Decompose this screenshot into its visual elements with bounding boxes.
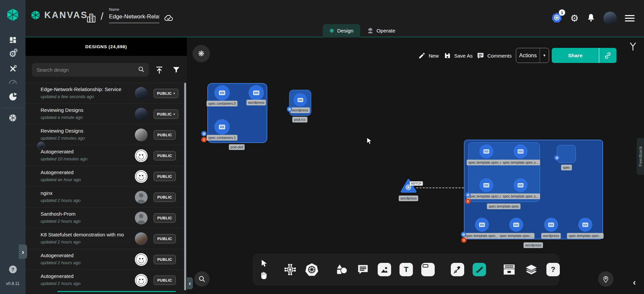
- visibility-badge[interactable]: PUBLIC: [154, 276, 176, 285]
- floppy-icon: [444, 52, 451, 59]
- kubernetes-tool[interactable]: [305, 263, 319, 276]
- pan-hand-tool[interactable]: [259, 271, 268, 280]
- feedback-tab[interactable]: Feedback: [637, 138, 644, 175]
- actions-button[interactable]: Actions ▼: [516, 48, 549, 63]
- zoom-button[interactable]: [194, 271, 210, 287]
- visibility-badge[interactable]: PUBLIC: [154, 130, 176, 140]
- k8s-source-badge[interactable]: [201, 131, 207, 136]
- visibility-badge[interactable]: PUBLIC ▾: [154, 89, 178, 98]
- notifications-bell-icon[interactable]: [587, 13, 595, 24]
- k8s-source-badge[interactable]: [554, 155, 559, 160]
- freehand-draw-tool[interactable]: [473, 263, 486, 276]
- node-container[interactable]: [293, 93, 307, 106]
- nav-kanvas-icon[interactable]: [0, 113, 25, 123]
- node-container[interactable]: [544, 218, 558, 232]
- k8s-source-badge[interactable]: [287, 106, 292, 112]
- visibility-badge[interactable]: PUBLIC: [154, 255, 176, 264]
- design-name-input[interactable]: [109, 11, 159, 23]
- visibility-badge[interactable]: PUBLIC ▾: [154, 109, 178, 119]
- search-icon[interactable]: [138, 66, 145, 74]
- design-owner-avatar: [135, 274, 148, 287]
- save-as-button[interactable]: Save As: [444, 50, 473, 61]
- help-button[interactable]: ?: [0, 266, 25, 273]
- cloud-sync-icon: [164, 13, 174, 23]
- k8s-context-switcher[interactable]: 1: [551, 12, 562, 24]
- collapse-panel-button[interactable]: ‹: [187, 277, 193, 289]
- frame-tool[interactable]: [421, 263, 435, 276]
- node-container[interactable]: [249, 85, 264, 100]
- nav-configuration-icon[interactable]: [0, 64, 25, 73]
- organization-icon[interactable]: [86, 13, 97, 25]
- new-design-button[interactable]: New: [418, 50, 439, 61]
- nav-lifecycle-icon[interactable]: ⚙ ⚙: [0, 50, 25, 58]
- design-row[interactable]: Reviewing Designs updated 2 minutes ago …: [25, 124, 187, 145]
- versions-button[interactable]: [628, 42, 638, 53]
- node-container[interactable]: [475, 218, 489, 232]
- panel-scrollbar[interactable]: [184, 83, 186, 290]
- filter-icon[interactable]: [172, 66, 180, 75]
- layers-tool[interactable]: [525, 263, 538, 276]
- import-design-icon[interactable]: [155, 66, 164, 76]
- node-container[interactable]: [514, 144, 528, 158]
- user-avatar[interactable]: [603, 12, 617, 25]
- comments-button[interactable]: Comments: [477, 50, 512, 61]
- help-tool[interactable]: ?: [546, 263, 560, 276]
- service-edge[interactable]: [416, 188, 464, 188]
- nav-dashboard-icon[interactable]: [0, 36, 25, 44]
- canvas-settings-button[interactable]: ❋: [193, 45, 210, 62]
- node-container[interactable]: [514, 178, 528, 192]
- hamburger-menu-icon[interactable]: [625, 15, 635, 22]
- comment-tool[interactable]: [357, 263, 369, 276]
- shapes-tool[interactable]: [335, 263, 348, 276]
- design-search-input[interactable]: [37, 67, 138, 73]
- design-canvas[interactable]: ❋ New Save As Comments Actions ▼: [187, 38, 644, 294]
- rail-divider: [2, 108, 23, 108]
- node-container[interactable]: [214, 119, 230, 135]
- visibility-badge[interactable]: PUBLIC: [154, 151, 176, 160]
- minimap-pin-button[interactable]: [598, 271, 613, 287]
- error-count-badge[interactable]: 3: [465, 199, 471, 204]
- visibility-badge[interactable]: PUBLIC: [154, 193, 176, 202]
- node-container[interactable]: [509, 218, 523, 232]
- tab-design[interactable]: ❋ Design: [323, 24, 360, 38]
- design-row[interactable]: Autogenerated updated an hour ago PUBLIC: [25, 166, 187, 187]
- visibility-badge[interactable]: PUBLIC: [154, 172, 176, 181]
- visibility-badge[interactable]: PUBLIC: [154, 234, 176, 243]
- settings-gear-icon[interactable]: ⚙: [570, 14, 579, 23]
- design-row[interactable]: Autogenerated updated 2 hours ago PUBLIC: [25, 270, 187, 290]
- node-service-wordpress[interactable]: [400, 178, 417, 194]
- image-tool[interactable]: [378, 263, 391, 276]
- k8s-source-badge[interactable]: [461, 232, 466, 237]
- node-container[interactable]: [479, 178, 493, 192]
- design-row[interactable]: Reviewing Designs updated a minute ago P…: [25, 103, 187, 124]
- node-container[interactable]: [479, 144, 493, 158]
- kanvas-brand[interactable]: KANVAS: [30, 9, 88, 21]
- error-count-badge[interactable]: 2: [201, 137, 207, 142]
- design-row[interactable]: Autogenerated updated 2 hours ago PUBLIC: [25, 249, 187, 270]
- design-row[interactable]: Autogenerated updated 10 minutes ago PUB…: [25, 145, 187, 166]
- expand-sidebar-button[interactable]: ›: [19, 244, 27, 259]
- design-row[interactable]: nginx updated 2 hours ago PUBLIC: [25, 187, 187, 207]
- design-row[interactable]: Santhosh-Prom updated 2 hours ago PUBLIC: [25, 207, 187, 228]
- drawer-tool[interactable]: [502, 263, 516, 276]
- share-button[interactable]: Share: [552, 48, 616, 63]
- select-tool[interactable]: [260, 259, 268, 268]
- node-spec[interactable]: [557, 145, 576, 163]
- nav-performance-icon[interactable]: [0, 78, 25, 85]
- visibility-badge[interactable]: PUBLIC: [154, 213, 176, 223]
- k8s-source-badge[interactable]: [465, 192, 471, 198]
- copy-link-icon[interactable]: [599, 52, 617, 60]
- design-row[interactable]: K8 Statefulset demonstration with mo upd…: [25, 228, 187, 249]
- nav-extensions-icon[interactable]: [0, 92, 25, 101]
- collapse-right-button[interactable]: ‹: [633, 277, 636, 288]
- node-container[interactable]: [214, 85, 230, 100]
- text-tool[interactable]: T: [399, 263, 413, 276]
- design-row[interactable]: Edge-Network-Relationship: Service updat…: [25, 83, 187, 103]
- error-count-badge[interactable]: 3: [461, 237, 467, 243]
- tab-operate[interactable]: Operate: [360, 24, 402, 38]
- meshery-logo-icon[interactable]: [5, 7, 21, 24]
- pen-tool[interactable]: [451, 263, 464, 276]
- node-container[interactable]: [578, 218, 592, 232]
- components-tool[interactable]: [284, 263, 297, 276]
- designs-panel: DESIGNS (24,898) Edge-Network-Relationsh…: [25, 38, 187, 294]
